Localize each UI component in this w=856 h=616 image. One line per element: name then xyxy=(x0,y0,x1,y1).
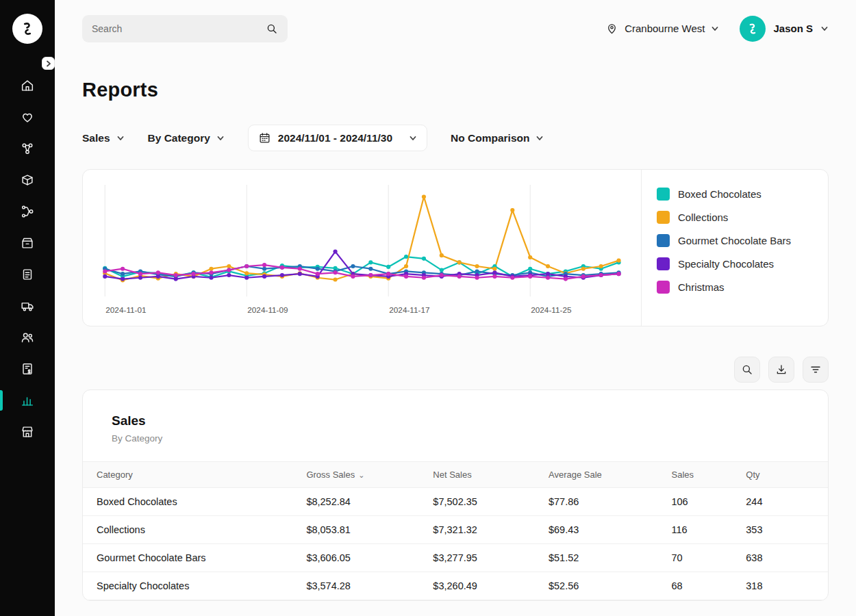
sidebar-item-billing[interactable] xyxy=(0,353,55,385)
search-icon[interactable] xyxy=(266,23,278,35)
table-cell: 318 xyxy=(746,572,828,600)
legend-item: Collections xyxy=(657,211,828,224)
comparison-filter[interactable]: No Comparison xyxy=(451,132,544,144)
table-cell: $3,574.28 xyxy=(306,572,433,600)
data-point xyxy=(333,270,338,274)
data-point xyxy=(209,270,213,274)
sidebar-item-products[interactable] xyxy=(0,164,55,196)
data-point xyxy=(546,272,550,276)
legend-item: Gourmet Chocolate Bars xyxy=(657,234,828,247)
column-header[interactable]: Average Sale xyxy=(549,462,672,488)
sidebar xyxy=(0,0,55,616)
sidebar-item-shipping[interactable] xyxy=(0,290,55,322)
table-row: Boxed Chocolates$8,252.84$7,502.35$77.86… xyxy=(83,488,828,516)
sidebar-item-favorites[interactable] xyxy=(0,101,55,133)
filter-bar: Sales By Category 2024/11/01 - 2024/11/3… xyxy=(82,125,829,151)
location-label: Cranbourne West xyxy=(625,23,705,34)
table-cell: 70 xyxy=(671,544,746,572)
location-selector[interactable]: Cranbourne West xyxy=(605,22,719,35)
column-header[interactable]: Sales xyxy=(671,462,746,488)
people-icon xyxy=(20,330,35,345)
data-point xyxy=(280,273,284,277)
export-download-button[interactable] xyxy=(768,357,794,383)
sidebar-collapse-button[interactable] xyxy=(42,57,55,70)
group-by-filter[interactable]: By Category xyxy=(148,132,225,144)
user-menu[interactable]: Jason S xyxy=(740,16,829,42)
sales-table: CategoryGross Sales⌄Net SalesAverage Sal… xyxy=(83,461,828,600)
table-cell: $69.43 xyxy=(549,516,672,544)
sidebar-item-inventory[interactable] xyxy=(0,227,55,259)
table-header: CategoryGross Sales⌄Net SalesAverage Sal… xyxy=(83,462,828,488)
sidebar-item-home[interactable] xyxy=(0,70,55,101)
x-tick-label: 2024-11-25 xyxy=(531,305,572,314)
table-title: Sales xyxy=(112,413,799,428)
data-point xyxy=(262,263,266,267)
storefront-icon xyxy=(20,424,35,439)
chevron-down-icon xyxy=(711,25,719,33)
avatar-swirl-icon xyxy=(745,21,760,36)
data-point xyxy=(280,266,284,270)
table-row: Specialty Chocolates$3,574.28$3,260.49$5… xyxy=(83,572,828,600)
sidebar-item-orders[interactable] xyxy=(0,259,55,290)
table-cell: 353 xyxy=(746,516,828,544)
search-input[interactable] xyxy=(92,23,266,34)
data-point xyxy=(121,277,125,281)
table-cell: $77.86 xyxy=(549,488,672,516)
chart-legend: Boxed ChocolatesCollectionsGourmet Choco… xyxy=(641,170,828,326)
data-point xyxy=(227,264,231,268)
data-point xyxy=(262,274,266,279)
legend-label: Collections xyxy=(678,211,728,223)
truck-icon xyxy=(20,298,35,313)
data-point xyxy=(492,274,496,279)
x-tick-label: 2024-11-09 xyxy=(247,305,288,314)
chevron-down-icon xyxy=(820,25,829,33)
data-point xyxy=(422,276,426,280)
column-header[interactable]: Qty xyxy=(746,462,828,488)
data-point xyxy=(244,271,249,275)
content: Reports Sales By Category 2024/11/01 - 2… xyxy=(55,57,856,616)
legend-item: Christmas xyxy=(657,281,828,294)
filter-button[interactable] xyxy=(803,357,829,383)
table-body: Boxed Chocolates$8,252.84$7,502.35$77.86… xyxy=(83,488,828,600)
report-type-label: Sales xyxy=(82,132,110,144)
home-icon xyxy=(20,78,35,93)
report-type-filter[interactable]: Sales xyxy=(82,132,125,144)
sidebar-item-customers[interactable] xyxy=(0,322,55,353)
sidebar-item-integrations[interactable] xyxy=(0,133,55,164)
table-search-button[interactable] xyxy=(734,357,760,383)
table-cell: 106 xyxy=(671,488,746,516)
column-header[interactable]: Net Sales xyxy=(433,462,549,488)
column-header[interactable]: Gross Sales⌄ xyxy=(306,462,433,488)
user-name: Jason S xyxy=(773,23,813,34)
sort-chevron-icon: ⌄ xyxy=(358,471,364,479)
legend-swatch xyxy=(657,234,670,247)
sidebar-item-reports[interactable] xyxy=(0,385,55,416)
data-point xyxy=(156,270,160,274)
column-header[interactable]: Category xyxy=(83,462,306,488)
data-point xyxy=(386,265,390,269)
data-point xyxy=(368,267,373,271)
sidebar-nav xyxy=(0,70,55,448)
data-point xyxy=(599,273,603,277)
sidebar-item-store[interactable] xyxy=(0,416,55,448)
nodes-icon xyxy=(20,141,35,156)
legend-swatch xyxy=(657,257,670,270)
date-range-label: 2024/11/01 - 2024/11/30 xyxy=(278,132,392,144)
data-point xyxy=(404,255,408,259)
data-point xyxy=(546,264,550,268)
data-point xyxy=(440,268,444,272)
data-point xyxy=(475,269,479,273)
table-subtitle: By Category xyxy=(112,433,799,444)
table-cell: $7,502.35 xyxy=(433,488,549,516)
table-row: Gourmet Chocolate Bars$3,606.05$3,277.95… xyxy=(83,544,828,572)
table-cell: 244 xyxy=(746,488,828,516)
data-point xyxy=(351,274,355,279)
date-range-filter[interactable]: 2024/11/01 - 2024/11/30 xyxy=(248,125,427,151)
filter-lines-icon xyxy=(809,363,822,376)
table-cell: $52.56 xyxy=(549,572,672,600)
sidebar-item-workflows[interactable] xyxy=(0,196,55,227)
data-point xyxy=(333,277,338,281)
data-point xyxy=(174,277,178,281)
data-point xyxy=(351,264,355,268)
data-point xyxy=(404,274,408,279)
